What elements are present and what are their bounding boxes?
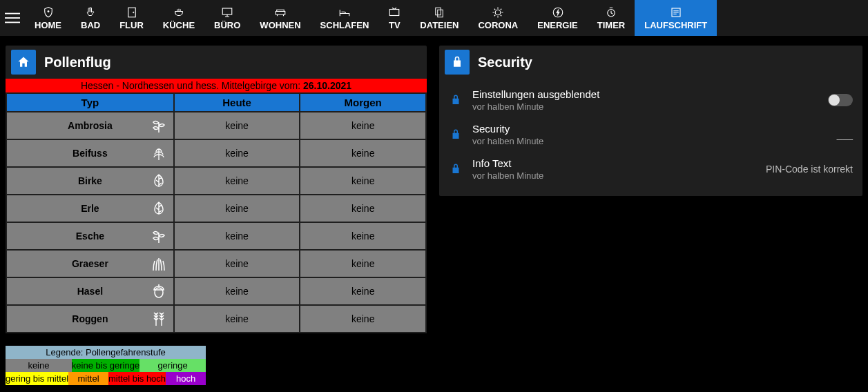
pollen-type: Esche: [7, 223, 173, 249]
security-value: PIN-Code ist korrekt: [766, 164, 853, 175]
nav-timer[interactable]: TIMER: [588, 0, 635, 36]
nav-tv[interactable]: TV: [378, 0, 410, 36]
top-nav: HOMEBADFLURKÜCHEBÜROWOHNENSCHLAFENTVDATE…: [0, 0, 868, 36]
nav-label: TIMER: [597, 20, 625, 30]
scroll-icon: [670, 6, 682, 19]
nav-home[interactable]: HOME: [25, 0, 71, 36]
plant1-icon: [150, 117, 168, 135]
nav-label: TV: [389, 20, 401, 30]
pollen-row: Erle keine keine: [7, 195, 425, 222]
nav-bad[interactable]: BAD: [71, 0, 110, 36]
pollen-type: Birke: [7, 168, 173, 194]
pollen-heute: keine: [175, 112, 300, 139]
desktop-icon: [221, 6, 233, 19]
security-item-title: Security: [472, 123, 816, 135]
nut-icon: [150, 282, 168, 300]
wheat-icon: [150, 310, 168, 328]
pollen-name: Esche: [10, 231, 171, 242]
pollen-row: Beifuss keine keine: [7, 140, 425, 166]
shield-icon: [42, 6, 55, 19]
security-row: Info Text vor halben Minute PIN-Code ist…: [446, 152, 856, 186]
nav-label: SCHLAFEN: [320, 20, 369, 30]
sofa-icon: [274, 6, 287, 19]
security-row: Einstellungen ausgeblendet vor halben Mi…: [446, 83, 856, 117]
legend-cell: keine bis geringe: [72, 359, 139, 372]
svg-rect-2: [5, 22, 20, 23]
pollen-morgen: keine: [300, 278, 425, 304]
nav-label: CORONA: [478, 20, 518, 30]
security-title: Security: [478, 55, 532, 70]
nav-büro[interactable]: BÜRO: [204, 0, 250, 36]
pollen-row: Hasel keine keine: [7, 278, 425, 304]
pot-icon: [173, 6, 185, 19]
pollen-heute: keine: [175, 140, 300, 166]
leaf-icon: [150, 172, 168, 190]
plant2-icon: [150, 144, 168, 162]
pollen-type: Graeser: [7, 251, 173, 277]
banner-date: 26.10.2021: [303, 80, 351, 91]
nav-schlafen[interactable]: SCHLAFEN: [311, 0, 379, 36]
nav-label: KÜCHE: [163, 20, 195, 30]
nav-laufschrift[interactable]: LAUFSCHRIFT: [635, 0, 717, 36]
nav-küche[interactable]: KÜCHE: [153, 0, 204, 36]
pollen-heute: keine: [175, 278, 300, 304]
pollen-type: Ambrosia: [7, 112, 173, 139]
nav-label: ENERGIE: [537, 20, 578, 30]
pollen-row: Birke keine keine: [7, 168, 425, 194]
security-item-sub: vor halben Minute: [472, 101, 818, 112]
leaf-icon: [150, 199, 168, 217]
nav-energie[interactable]: ENERGIE: [528, 0, 588, 36]
nav-label: BÜRO: [214, 20, 240, 30]
pollen-name: Roggen: [10, 313, 171, 324]
pollen-name: Beifuss: [10, 148, 171, 159]
pollen-row: Esche keine keine: [7, 223, 425, 249]
svg-rect-1: [5, 17, 20, 19]
pollen-heute: keine: [175, 223, 300, 249]
legend-cell: mittel: [68, 372, 108, 385]
lock-icon: [449, 128, 463, 141]
pollen-heute: keine: [175, 251, 300, 277]
security-row: Security vor halben Minute ___: [446, 117, 856, 152]
tv-icon: [388, 6, 401, 19]
banner-prefix: Hessen - Nordhessen und hess. Mittelgebi…: [81, 80, 303, 91]
pollen-row: Ambrosia keine keine: [7, 112, 425, 139]
pollen-card: Pollenflug Hessen - Nordhessen und hess.…: [6, 46, 427, 333]
pollen-type: Hasel: [7, 278, 173, 304]
bolt-icon: [552, 6, 564, 19]
pollen-row: Graeser keine keine: [7, 251, 425, 277]
nav-label: LAUFSCHRIFT: [644, 20, 707, 30]
home-icon[interactable]: [11, 50, 36, 75]
lock-icon: [449, 94, 463, 106]
security-item-title: Info Text: [472, 157, 756, 169]
nav-label: BAD: [81, 20, 100, 30]
lock-header-icon: [445, 50, 470, 75]
toggle[interactable]: [828, 94, 853, 106]
nav-dateien[interactable]: DATEIEN: [410, 0, 468, 36]
virus-icon: [492, 6, 504, 19]
pollen-morgen: keine: [300, 168, 425, 194]
menu-button[interactable]: [0, 0, 25, 36]
hamburger-icon: [5, 10, 20, 26]
legend-title: Legende: Pollengefahrenstufe: [6, 346, 206, 359]
pollen-heute: keine: [175, 306, 300, 332]
legend: Legende: Pollengefahrenstufe keinekeine …: [6, 346, 206, 385]
plant1-icon: [150, 227, 168, 245]
pollen-morgen: keine: [300, 223, 425, 249]
pollen-row: Roggen keine keine: [7, 306, 425, 332]
nav-wohnen[interactable]: WOHNEN: [250, 0, 310, 36]
pollen-heute: keine: [175, 195, 300, 222]
legend-cell: hoch: [166, 372, 206, 385]
pollen-name: Erle: [10, 203, 171, 214]
security-item-title: Einstellungen ausgeblendet: [472, 88, 818, 100]
pollen-name: Hasel: [10, 286, 171, 297]
pollen-type: Beifuss: [7, 140, 173, 166]
hand-icon: [84, 6, 97, 19]
svg-rect-0: [5, 13, 20, 14]
pollen-table: Typ Heute Morgen Ambrosia keine keine Be…: [6, 92, 427, 333]
legend-cell: mittel bis hoch: [108, 372, 166, 385]
nav-flur[interactable]: FLUR: [110, 0, 153, 36]
nav-corona[interactable]: CORONA: [468, 0, 528, 36]
security-value: ___: [825, 129, 853, 140]
nav-label: DATEIEN: [420, 20, 459, 30]
col-heute: Heute: [175, 94, 300, 111]
